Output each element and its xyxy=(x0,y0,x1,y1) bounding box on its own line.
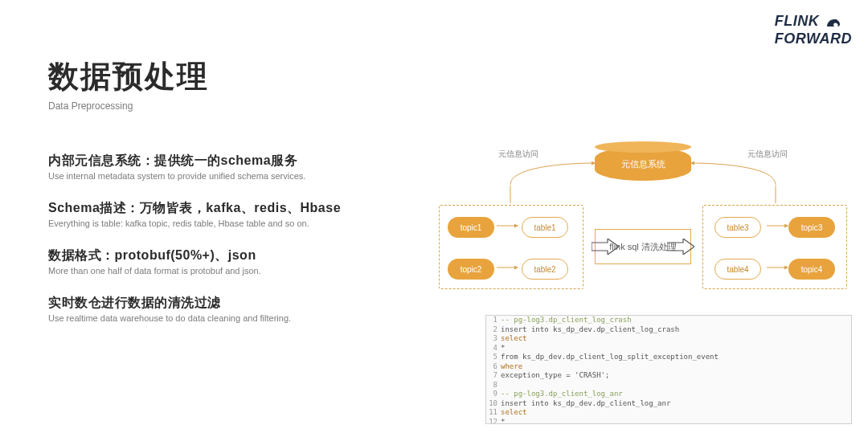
code-line: 8 xyxy=(486,381,851,390)
svg-point-0 xyxy=(835,19,837,21)
code-text: insert into ks_dp_dev.dp_client_log_cras… xyxy=(501,325,851,335)
code-text: select xyxy=(501,334,851,344)
line-number: 11 xyxy=(486,408,501,418)
code-line: 9-- pg-log3.dp_client_log_anr xyxy=(486,390,851,399)
brand-logo-line1: FLINK xyxy=(775,13,820,29)
output-group: table3 topic3 table4 topic4 xyxy=(702,205,847,289)
sql-code-block: 1-- pg-log3.dp_client_log_crash2insert i… xyxy=(485,315,852,424)
code-text: * xyxy=(501,344,851,353)
bullet-cn: 内部元信息系统：提供统一的schema服务 xyxy=(48,153,418,169)
arrow-right-icon xyxy=(667,239,694,255)
bullet-item: 数据格式：protobuf(50%+)、json More than one h… xyxy=(48,247,418,276)
code-line: 2insert into ks_dp_dev.dp_client_log_cra… xyxy=(486,325,851,335)
node-table1: table1 xyxy=(522,217,568,238)
code-text: where xyxy=(501,362,851,372)
line-number: 4 xyxy=(486,344,501,353)
code-line: 6where xyxy=(486,362,851,372)
bullet-cn: 实时数仓进行数据的清洗过滤 xyxy=(48,295,418,312)
metadata-db-label: 元信息系统 xyxy=(621,158,665,170)
meta-access-label-right: 元信息访问 xyxy=(747,149,788,160)
slide-title-cn: 数据预处理 xyxy=(48,56,209,97)
code-line: 11select xyxy=(486,408,851,418)
node-topic3: topic3 xyxy=(788,217,835,238)
node-topic4: topic4 xyxy=(788,259,835,280)
metadata-db: 元信息系统 xyxy=(595,147,691,181)
bullet-en: Use internal metadata system to provide … xyxy=(48,171,418,181)
code-text: insert into ks_dp_dev.dp_client_log_anr xyxy=(501,399,851,409)
arrow-right-icon xyxy=(592,239,619,255)
architecture-diagram: 元信息访问 元信息访问 元信息系统 topic1 table1 topic2 t… xyxy=(434,141,852,301)
squirrel-icon xyxy=(825,14,842,32)
code-text: select xyxy=(501,408,851,418)
node-topic2: topic2 xyxy=(448,259,494,280)
bullet-cn: Schema描述：万物皆表，kafka、redis、Hbase xyxy=(48,200,418,217)
slide-title: 数据预处理 Data Preprocessing xyxy=(48,56,209,112)
line-number: 5 xyxy=(486,353,501,362)
node-table3: table3 xyxy=(714,217,761,238)
line-number: 1 xyxy=(486,316,501,325)
input-group: topic1 table1 topic2 table2 xyxy=(439,205,583,289)
bullet-item: 实时数仓进行数据的清洗过滤 Use realtime data warehous… xyxy=(48,295,418,323)
code-text: exception_type = 'CRASH'; xyxy=(501,371,851,381)
node-topic1: topic1 xyxy=(448,217,494,238)
code-line: 3select xyxy=(486,334,851,344)
line-number: 3 xyxy=(486,334,501,344)
line-number: 10 xyxy=(486,399,501,409)
code-line: 12* xyxy=(486,418,851,424)
node-table2: table2 xyxy=(522,259,568,280)
bullet-item: 内部元信息系统：提供统一的schema服务 Use internal metad… xyxy=(48,153,418,181)
line-number: 6 xyxy=(486,362,501,372)
brand-logo: FLINK FORWARD xyxy=(775,14,852,46)
bullet-list: 内部元信息系统：提供统一的schema服务 Use internal metad… xyxy=(48,153,418,342)
brand-logo-line2: FORWARD xyxy=(775,31,852,47)
node-table4: table4 xyxy=(714,259,761,280)
code-line: 4* xyxy=(486,344,851,353)
code-line: 1-- pg-log3.dp_client_log_crash xyxy=(486,316,851,325)
line-number: 12 xyxy=(486,418,501,424)
bullet-en: More than one half of data format is pro… xyxy=(48,266,418,276)
code-line: 10insert into ks_dp_dev.dp_client_log_an… xyxy=(486,399,851,409)
code-text xyxy=(501,381,851,390)
bullet-cn: 数据格式：protobuf(50%+)、json xyxy=(48,247,418,264)
bullet-en: Use realtime data warehouse to do data c… xyxy=(48,313,418,323)
code-line: 5from ks_dp_dev.dp_client_log_split_exce… xyxy=(486,353,851,362)
bullet-item: Schema描述：万物皆表，kafka、redis、Hbase Everythi… xyxy=(48,200,418,228)
code-text: -- pg-log3.dp_client_log_anr xyxy=(501,390,851,399)
slide-title-en: Data Preprocessing xyxy=(48,100,209,112)
line-number: 2 xyxy=(486,325,501,335)
code-text: from ks_dp_dev.dp_client_log_split_excep… xyxy=(501,353,851,362)
meta-access-label-left: 元信息访问 xyxy=(498,149,538,160)
code-line: 7exception_type = 'CRASH'; xyxy=(486,371,851,381)
line-number: 8 xyxy=(486,381,501,390)
bullet-en: Everything is table: kafka topic, redis … xyxy=(48,218,418,228)
code-text: -- pg-log3.dp_client_log_crash xyxy=(501,316,851,325)
code-text: * xyxy=(501,418,851,424)
line-number: 9 xyxy=(486,390,501,399)
line-number: 7 xyxy=(486,371,501,381)
